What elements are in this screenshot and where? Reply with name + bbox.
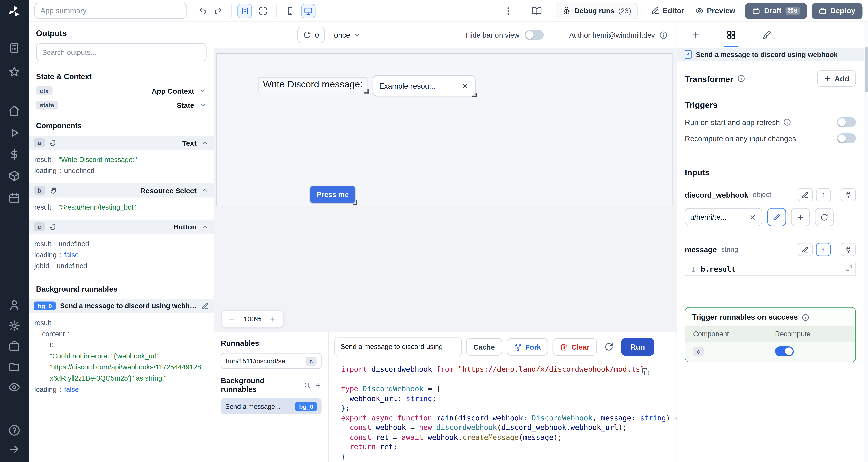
scrollbar-track[interactable] (864, 22, 868, 462)
bg-runnable-header[interactable]: bg_0 Send a message to discord using web… (29, 299, 214, 313)
undo-button[interactable] (195, 3, 210, 19)
output-row[interactable]: result: (34, 319, 208, 328)
app-frame[interactable]: Write Discord message: Example resou... … (216, 53, 673, 206)
create-resource-plus-icon[interactable] (791, 208, 810, 226)
more-menu-button[interactable] (500, 3, 516, 19)
desktop-view-button[interactable] (301, 4, 316, 18)
home-icon[interactable] (8, 105, 21, 117)
recompute-c-toggle[interactable] (775, 346, 794, 356)
resize-handle[interactable] (364, 89, 369, 94)
message-expression-editor[interactable]: 1 b.result (685, 262, 856, 276)
cache-button[interactable]: Cache (466, 338, 502, 356)
connect-plug-icon[interactable] (841, 188, 856, 201)
save-draft-button[interactable]: Draft ⌘S (745, 2, 807, 19)
clear-button[interactable]: Clear (553, 338, 596, 356)
clear-x-icon[interactable] (749, 213, 757, 221)
windmill-logo[interactable] (7, 4, 22, 19)
chevron-down-icon[interactable] (199, 101, 207, 109)
favorites-star-icon[interactable] (8, 66, 21, 78)
scrollbar-thumb[interactable] (865, 47, 868, 92)
output-row[interactable]: content: (34, 330, 208, 339)
apps-icon[interactable] (8, 42, 21, 54)
refresh-script-icon[interactable] (601, 339, 616, 355)
zoom-out-button[interactable] (224, 312, 240, 327)
ctx-row[interactable]: ctx App Context (36, 86, 207, 95)
info-icon[interactable] (737, 75, 745, 82)
eval-function-icon[interactable] (816, 243, 831, 256)
app-summary-input[interactable] (34, 3, 187, 19)
run-mode-dropdown[interactable]: once (334, 31, 361, 39)
run-on-start-toggle[interactable] (837, 117, 856, 127)
align-components-button[interactable] (238, 4, 252, 18)
output-row[interactable]: result:"$res:u/henri/testing_bot" (34, 203, 208, 212)
fork-button[interactable]: Fork (506, 338, 548, 356)
deploy-button[interactable]: Deploy (811, 2, 863, 19)
zoom-in-button[interactable] (265, 312, 281, 327)
search-icon[interactable] (304, 382, 311, 389)
resources-icon[interactable] (8, 170, 21, 182)
output-row[interactable]: result:undefined (34, 239, 208, 249)
select-component-hand-icon[interactable] (50, 186, 58, 194)
select-component-hand-icon[interactable] (50, 139, 57, 147)
redo-button[interactable] (210, 3, 226, 19)
add-runnable-plus-icon[interactable] (315, 382, 322, 389)
refresh-count-button[interactable]: 0 (297, 27, 325, 43)
mobile-view-button[interactable] (282, 3, 298, 19)
output-row[interactable]: 0: (34, 341, 208, 350)
recompute-on-input-toggle[interactable] (837, 133, 856, 143)
chevron-down-icon[interactable] (199, 87, 207, 95)
expand-editor-icon[interactable] (846, 265, 852, 272)
info-icon[interactable] (783, 119, 791, 126)
collapse-chevron-up-icon[interactable] (201, 139, 209, 147)
expand-sidebar-icon[interactable] (8, 443, 21, 455)
variables-icon[interactable] (8, 148, 21, 160)
component-b-header[interactable]: b Resource Select (29, 183, 214, 198)
output-row[interactable]: loading:undefined (34, 166, 208, 176)
collapse-chevron-up-icon[interactable] (201, 186, 209, 194)
state-row[interactable]: state State (36, 101, 207, 109)
edit-pencil-icon[interactable] (202, 302, 209, 309)
select-component-hand-icon[interactable] (50, 223, 57, 231)
folders-icon[interactable] (8, 361, 21, 373)
resize-handle[interactable] (352, 200, 357, 205)
workers-icon[interactable] (8, 340, 21, 352)
output-row[interactable]: loading:false (34, 385, 208, 395)
fullscreen-button[interactable] (255, 3, 271, 19)
runs-icon[interactable] (8, 127, 21, 139)
collapse-chevron-up-icon[interactable] (201, 223, 209, 231)
output-row[interactable]: result:"Write Discord message:" (34, 156, 208, 165)
output-row[interactable]: loading:false (34, 251, 208, 260)
resource-value-box[interactable]: u/henri/te... (685, 208, 762, 226)
run-button[interactable]: Run (621, 338, 654, 356)
connect-plug-icon[interactable] (841, 243, 856, 256)
info-icon[interactable] (802, 314, 809, 321)
bg-runnable-item-selected[interactable]: Send a message... bg_0 (221, 398, 321, 415)
settings-gear-icon[interactable] (8, 320, 21, 332)
edit-resource-pencil-icon[interactable] (767, 208, 786, 226)
info-icon[interactable] (659, 31, 668, 39)
editor-tab-button[interactable]: Editor (647, 2, 689, 19)
runnable-item[interactable]: hub/1511/discord/se... c (221, 353, 321, 369)
help-icon[interactable] (8, 424, 21, 436)
static-pencil-icon[interactable] (798, 188, 812, 201)
component-settings-grid-icon[interactable] (723, 23, 739, 47)
search-outputs-input[interactable] (36, 43, 207, 61)
preview-tab-button[interactable]: Preview (691, 2, 740, 19)
output-row[interactable]: jobId:undefined (34, 262, 208, 271)
insert-component-plus-icon[interactable] (688, 23, 704, 47)
code-editor[interactable]: import discordwebhook from "https://deno… (329, 361, 677, 462)
eval-function-icon[interactable] (816, 188, 831, 201)
hide-bar-toggle[interactable] (525, 30, 544, 40)
theme-brush-icon[interactable] (759, 23, 774, 47)
debug-runs-button[interactable]: Debug runs (23) (556, 2, 638, 19)
refresh-resource-icon[interactable] (815, 208, 834, 226)
button-component[interactable]: Press me (310, 186, 355, 203)
copy-icon[interactable] (641, 367, 651, 377)
add-transformer-button[interactable]: Add (817, 70, 856, 87)
component-a-header[interactable]: a Text (29, 135, 214, 150)
audit-logs-eye-icon[interactable] (8, 381, 21, 393)
users-icon[interactable] (8, 299, 21, 311)
static-pencil-icon[interactable] (798, 243, 812, 256)
clear-x-icon[interactable] (461, 82, 469, 90)
docs-book-icon[interactable] (529, 3, 545, 19)
